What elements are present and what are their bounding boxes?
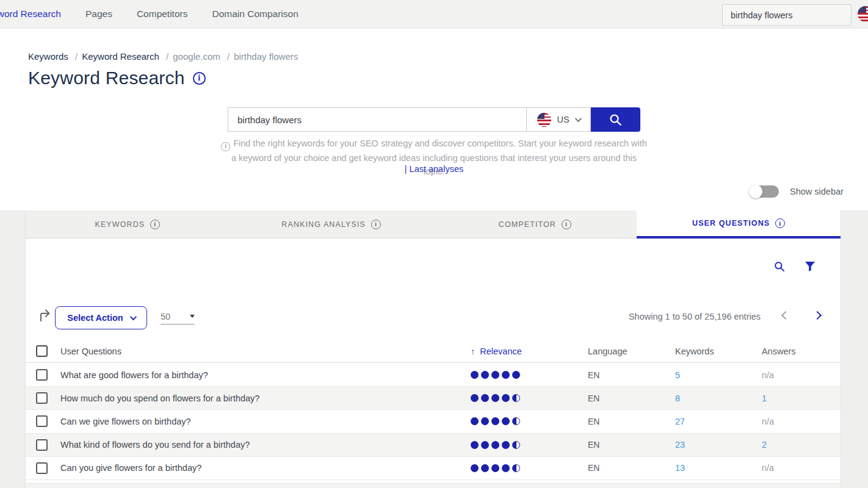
tab-label: COMPETITOR xyxy=(499,220,556,229)
next-page-button[interactable] xyxy=(813,311,822,320)
breadcrumb-label[interactable]: Keyword Research xyxy=(82,51,159,62)
relevance-dots xyxy=(471,464,584,472)
tab-bar: KEYWORDS RANKING ANALYSIS COMPETITOR USE… xyxy=(26,210,841,239)
sort-ascending-icon: ↑ xyxy=(471,346,475,356)
keyword-search-form: US xyxy=(228,107,640,132)
relevance-dot xyxy=(512,371,520,379)
relevance-dot xyxy=(481,371,489,379)
caret-down-icon xyxy=(190,315,195,318)
row-checkbox[interactable] xyxy=(36,392,48,404)
keywords-link[interactable]: 8 xyxy=(670,393,755,403)
us-flag-icon xyxy=(537,113,551,127)
show-sidebar-label: Show sidebar xyxy=(790,187,844,196)
breadcrumb-separator: / xyxy=(227,51,230,62)
search-icon xyxy=(609,113,623,127)
last-analyses-link[interactable]: | Last analyses xyxy=(220,164,648,174)
country-select[interactable]: US xyxy=(526,107,591,132)
question-cell[interactable]: What are good flowers for a birthday? xyxy=(60,370,471,380)
relevance-dot xyxy=(512,464,520,472)
tab-info-icon[interactable] xyxy=(562,220,571,229)
language-cell: EN xyxy=(584,440,670,450)
tab-label: RANKING ANALYSIS xyxy=(281,220,366,229)
relevance-dot xyxy=(481,464,489,472)
row-checkbox[interactable] xyxy=(36,462,48,474)
question-cell[interactable]: Can we give flowers on birthday? xyxy=(60,417,471,426)
tab[interactable]: USER QUESTIONS xyxy=(637,210,841,239)
breadcrumb-item[interactable]: /birthday flowers xyxy=(223,51,298,62)
table-toolbar: Select Action 50 Showing 1 to 50 of 25,1… xyxy=(26,302,841,336)
page-title: Keyword Research xyxy=(28,68,185,88)
relevance-dot xyxy=(481,394,489,402)
tab[interactable]: KEYWORDS xyxy=(26,210,230,239)
answers-cell[interactable]: n/a xyxy=(755,370,841,380)
relevance-dot xyxy=(502,371,510,379)
show-sidebar-toggle[interactable] xyxy=(750,185,779,198)
keywords-link[interactable]: 23 xyxy=(670,440,755,450)
tab-info-icon[interactable] xyxy=(150,220,160,229)
top-search-input[interactable] xyxy=(722,4,852,26)
breadcrumb-separator: / xyxy=(166,51,168,62)
export-button[interactable] xyxy=(38,308,52,325)
column-header-questions: User Questions xyxy=(60,346,471,356)
relevance-dots xyxy=(471,441,584,449)
tab-info-icon[interactable] xyxy=(775,218,785,228)
column-header-language[interactable]: Language xyxy=(584,346,670,356)
top-nav: Keyword Research Pages Competitors Domai… xyxy=(0,0,298,28)
breadcrumb-item[interactable]: /Keyword Research xyxy=(71,51,159,62)
breadcrumb-label[interactable]: google.com xyxy=(173,51,220,62)
table-row: Can you give flowers for a birthday? EN … xyxy=(26,457,841,480)
row-checkbox[interactable] xyxy=(36,439,48,451)
answers-cell[interactable]: n/a xyxy=(755,417,841,426)
row-checkbox[interactable] xyxy=(36,415,48,427)
top-nav-item[interactable]: Keyword Research xyxy=(0,9,61,20)
relevance-header-label: Relevance xyxy=(480,346,522,356)
question-cell[interactable]: What kind of flowers do you send for a b… xyxy=(60,440,471,450)
tab[interactable]: RANKING ANALYSIS xyxy=(230,210,433,239)
table-row: What kind of flowers do you send for a b… xyxy=(26,434,841,457)
relevance-dot xyxy=(491,464,499,472)
breadcrumb-item[interactable]: /google.com xyxy=(162,51,220,62)
breadcrumb-label[interactable]: birthday flowers xyxy=(234,51,298,62)
tab-label: KEYWORDS xyxy=(95,220,145,229)
info-icon xyxy=(221,142,230,151)
relevance-dot xyxy=(491,441,499,449)
relevance-dot xyxy=(512,441,520,449)
column-header-keywords[interactable]: Keywords xyxy=(670,346,755,356)
top-bar: Keyword Research Pages Competitors Domai… xyxy=(0,0,868,28)
export-arrow-icon xyxy=(38,308,52,323)
top-nav-item[interactable]: Pages xyxy=(85,9,112,20)
row-checkbox[interactable] xyxy=(36,369,48,381)
breadcrumb: /Keywords /Keyword Research /google.com … xyxy=(28,51,298,62)
keyword-input[interactable] xyxy=(228,107,526,132)
keywords-link[interactable]: 13 xyxy=(670,463,755,473)
tab-info-icon[interactable] xyxy=(371,220,381,229)
filter-icon xyxy=(805,261,816,272)
relevance-dot xyxy=(502,464,510,472)
keywords-link[interactable]: 5 xyxy=(670,370,755,380)
question-cell[interactable]: How much do you spend on flowers for a b… xyxy=(60,393,471,403)
search-button[interactable] xyxy=(591,107,640,132)
column-header-relevance[interactable]: ↑Relevance xyxy=(471,346,584,356)
answers-cell[interactable]: 1 xyxy=(755,393,841,403)
breadcrumb-label[interactable]: Keywords xyxy=(28,51,68,62)
previous-page-button[interactable] xyxy=(781,311,790,320)
breadcrumb-item[interactable]: /Keywords xyxy=(28,51,68,62)
question-cell[interactable]: Can you give flowers for a birthday? xyxy=(60,463,471,473)
answers-cell[interactable]: 2 xyxy=(755,440,841,450)
table-search-button[interactable] xyxy=(773,260,786,273)
top-nav-item[interactable]: Competitors xyxy=(137,9,188,20)
top-nav-item[interactable]: Domain Comparison xyxy=(212,9,298,20)
answers-cell[interactable]: n/a xyxy=(755,463,841,473)
tab[interactable]: COMPETITOR xyxy=(433,210,637,239)
relevance-dot xyxy=(491,394,499,402)
relevance-dot xyxy=(512,417,520,425)
page-size-select[interactable]: 50 xyxy=(161,309,195,325)
keywords-link[interactable]: 27 xyxy=(670,417,755,426)
column-header-answers[interactable]: Answers xyxy=(755,346,841,356)
select-all-checkbox[interactable] xyxy=(36,345,48,357)
us-flag-icon[interactable] xyxy=(858,6,868,22)
filter-button[interactable] xyxy=(805,261,816,272)
title-info-icon[interactable] xyxy=(193,72,206,85)
select-action-dropdown[interactable]: Select Action xyxy=(55,306,147,329)
toggle-knob xyxy=(749,185,762,198)
